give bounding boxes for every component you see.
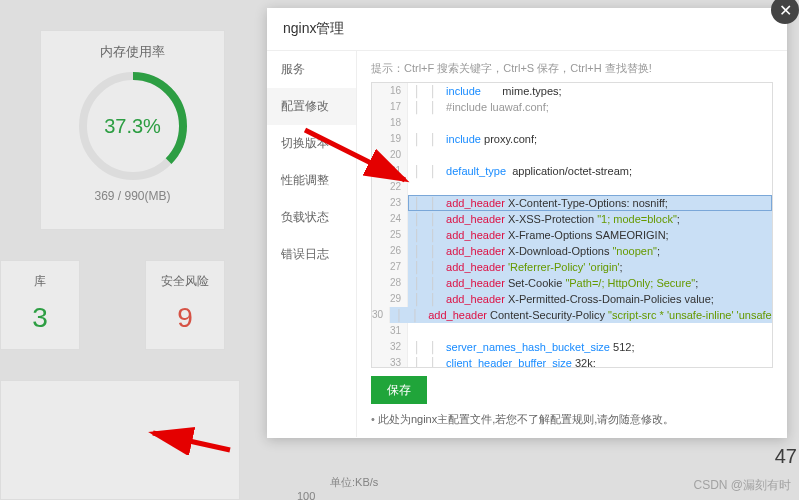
sidebar-item-5[interactable]: 错误日志 bbox=[267, 236, 356, 273]
code-content[interactable]: │ │ add_header X-Content-Type-Options: n… bbox=[408, 195, 772, 211]
line-number: 29 bbox=[372, 291, 408, 307]
code-line[interactable]: 31 bbox=[372, 323, 772, 339]
line-number: 23 bbox=[372, 195, 408, 211]
save-button[interactable]: 保存 bbox=[371, 376, 427, 404]
code-line[interactable]: 17│ │ #include luawaf.conf; bbox=[372, 99, 772, 115]
code-line[interactable]: 19│ │ include proxy.conf; bbox=[372, 131, 772, 147]
code-line[interactable]: 32│ │ server_names_hash_bucket_size 512; bbox=[372, 339, 772, 355]
code-content[interactable] bbox=[408, 179, 772, 195]
code-content[interactable]: │ │ server_names_hash_bucket_size 512; bbox=[408, 339, 772, 355]
code-content[interactable]: │ │ add_header X-Permitted-Cross-Domain-… bbox=[408, 291, 772, 307]
line-number: 28 bbox=[372, 275, 408, 291]
code-line[interactable]: 16│ │ include mime.types; bbox=[372, 83, 772, 99]
line-number: 19 bbox=[372, 131, 408, 147]
line-number: 33 bbox=[372, 355, 408, 368]
close-icon: ✕ bbox=[779, 1, 792, 20]
line-number: 20 bbox=[372, 147, 408, 163]
code-content[interactable]: │ │ default_type application/octet-strea… bbox=[408, 163, 772, 179]
sidebar-item-0[interactable]: 服务 bbox=[267, 51, 356, 88]
code-line[interactable]: 25│ │ add_header X-Frame-Options SAMEORI… bbox=[372, 227, 772, 243]
code-line[interactable]: 21│ │ default_type application/octet-str… bbox=[372, 163, 772, 179]
code-line[interactable]: 29│ │ add_header X-Permitted-Cross-Domai… bbox=[372, 291, 772, 307]
line-number: 21 bbox=[372, 163, 408, 179]
code-editor[interactable]: 16│ │ include mime.types;17│ │ #include … bbox=[371, 82, 773, 368]
code-line[interactable]: 30│ │ add_header Content-Security-Policy… bbox=[372, 307, 772, 323]
code-line[interactable]: 28│ │ add_header Set-Cookie "Path=/; Htt… bbox=[372, 275, 772, 291]
line-number: 24 bbox=[372, 211, 408, 227]
line-number: 17 bbox=[372, 99, 408, 115]
line-number: 26 bbox=[372, 243, 408, 259]
line-number: 32 bbox=[372, 339, 408, 355]
editor-hint: 提示：Ctrl+F 搜索关键字，Ctrl+S 保存，Ctrl+H 查找替换! bbox=[371, 61, 773, 76]
modal-title: nginx管理 bbox=[267, 8, 787, 51]
line-number: 30 bbox=[372, 307, 390, 323]
code-line[interactable]: 33│ │ client_header_buffer_size 32k; bbox=[372, 355, 772, 368]
code-line[interactable]: 27│ │ add_header 'Referrer-Policy' 'orig… bbox=[372, 259, 772, 275]
code-content[interactable]: │ │ add_header X-Frame-Options SAMEORIGI… bbox=[408, 227, 772, 243]
code-content[interactable]: │ │ add_header Set-Cookie "Path=/; HttpO… bbox=[408, 275, 772, 291]
config-note: 此处为nginx主配置文件,若您不了解配置规则,请勿随意修改。 bbox=[371, 412, 773, 427]
sidebar-item-4[interactable]: 负载状态 bbox=[267, 199, 356, 236]
sidebar-item-3[interactable]: 性能调整 bbox=[267, 162, 356, 199]
code-content[interactable] bbox=[408, 147, 772, 163]
line-number: 27 bbox=[372, 259, 408, 275]
code-content[interactable] bbox=[408, 323, 772, 339]
line-number: 18 bbox=[372, 115, 408, 131]
code-line[interactable]: 23│ │ add_header X-Content-Type-Options:… bbox=[372, 195, 772, 211]
line-number: 22 bbox=[372, 179, 408, 195]
code-content[interactable]: │ │ add_header X-XSS-Protection "1; mode… bbox=[408, 211, 772, 227]
code-content[interactable] bbox=[408, 115, 772, 131]
code-content[interactable]: │ │ include mime.types; bbox=[408, 83, 772, 99]
line-number: 25 bbox=[372, 227, 408, 243]
code-content[interactable]: │ │ #include luawaf.conf; bbox=[408, 99, 772, 115]
sidebar-item-1[interactable]: 配置修改 bbox=[267, 88, 356, 125]
code-line[interactable]: 22 bbox=[372, 179, 772, 195]
code-content[interactable]: │ │ include proxy.conf; bbox=[408, 131, 772, 147]
code-content[interactable]: │ │ add_header Content-Security-Policy "… bbox=[390, 307, 773, 323]
line-number: 16 bbox=[372, 83, 408, 99]
code-line[interactable]: 20 bbox=[372, 147, 772, 163]
modal-content: 提示：Ctrl+F 搜索关键字，Ctrl+S 保存，Ctrl+H 查找替换! 1… bbox=[357, 51, 787, 437]
code-line[interactable]: 26│ │ add_header X-Download-Options "noo… bbox=[372, 243, 772, 259]
code-content[interactable]: │ │ client_header_buffer_size 32k; bbox=[408, 355, 772, 368]
modal-sidebar: 服务配置修改切换版本性能调整负载状态错误日志 bbox=[267, 51, 357, 437]
code-content[interactable]: │ │ add_header X-Download-Options "noope… bbox=[408, 243, 772, 259]
code-content[interactable]: │ │ add_header 'Referrer-Policy' 'origin… bbox=[408, 259, 772, 275]
sidebar-item-2[interactable]: 切换版本 bbox=[267, 125, 356, 162]
code-line[interactable]: 18 bbox=[372, 115, 772, 131]
code-line[interactable]: 24│ │ add_header X-XSS-Protection "1; mo… bbox=[372, 211, 772, 227]
line-number: 31 bbox=[372, 323, 408, 339]
nginx-modal: ✕ nginx管理 服务配置修改切换版本性能调整负载状态错误日志 提示：Ctrl… bbox=[267, 8, 787, 438]
